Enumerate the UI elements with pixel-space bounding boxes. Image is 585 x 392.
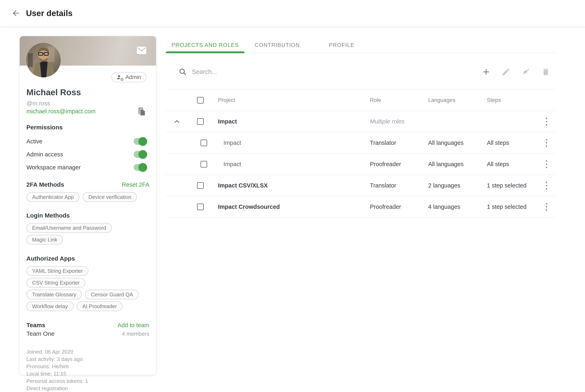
table-row-impact-crowdsourced: Impact Crowdsourced Proofreader 4 langua… [166, 196, 556, 218]
project-name: Impact Crowdsourced [212, 204, 370, 210]
row-menu-button[interactable] [546, 139, 547, 147]
tab-contribution[interactable]: CONTRIBUTION [244, 38, 310, 53]
add-to-team-link[interactable]: Add to team [118, 322, 149, 329]
send-email-button[interactable] [137, 47, 146, 54]
row-checkbox[interactable] [197, 118, 204, 125]
login-method-chip: Email/Username and Password [26, 223, 112, 233]
select-all-checkbox[interactable] [197, 97, 204, 104]
add-button[interactable] [482, 67, 491, 76]
languages-value: 2 languages [428, 182, 460, 189]
row-checkbox[interactable] [197, 204, 204, 210]
user-card: ⚙ Admin Michael Ross @m.ross michael.ros… [20, 36, 156, 375]
meta-last-activity: Last activity: 3 days ago [26, 356, 149, 363]
projects-table: Project Role Languages Steps Impact Mult… [166, 89, 556, 218]
authorized-apps-title: Authorized Apps [26, 255, 149, 262]
authorized-app-chip: Workflow delay [26, 302, 74, 311]
user-email-link[interactable]: michael.ross@impact.com [26, 108, 96, 115]
permission-label: Admin access [26, 151, 63, 158]
row-menu-button[interactable] [546, 182, 547, 190]
arrow-left-icon [12, 9, 20, 18]
row-menu-button[interactable] [546, 118, 547, 126]
row-checkbox[interactable] [200, 140, 207, 146]
permissions-section: Permissions Active Admin access Workspac… [26, 124, 149, 174]
search-input[interactable] [192, 68, 374, 76]
delete-button[interactable] [541, 67, 550, 76]
edit-button[interactable] [501, 67, 511, 76]
permissions-title: Permissions [26, 124, 149, 131]
table-header-row: Project Role Languages Steps [166, 90, 556, 111]
twofa-chip: Device verification [83, 192, 137, 202]
meta-access-tokens: Personal access tokens: 1 [26, 378, 149, 385]
reset-2fa-link[interactable]: Reset 2FA [122, 182, 149, 188]
workspace-manager-toggle[interactable] [134, 164, 146, 171]
project-name: Impact [212, 161, 370, 168]
languages-value: 4 languages [428, 204, 460, 210]
role-value: Multiple roles [370, 118, 404, 125]
avatar [26, 43, 61, 78]
top-bar: User details [0, 0, 585, 26]
role-value: Translator [370, 182, 396, 189]
table-row-impact-translator: Impact Translator All languages All step… [166, 132, 556, 154]
permission-label: Active [26, 138, 42, 145]
teams-title: Teams [26, 322, 45, 329]
tab-profile[interactable]: PROFILE [310, 38, 373, 53]
profile-banner [20, 36, 156, 66]
trash-icon [542, 68, 550, 76]
main-panel: PROJECTS AND ROLES CONTRIBUTION PROFILE [166, 38, 556, 218]
copy-email-button[interactable] [138, 107, 146, 116]
table-toolbar [166, 53, 556, 89]
permission-row-active: Active [26, 135, 149, 148]
collapse-chevron-icon[interactable] [174, 120, 180, 124]
admin-access-toggle[interactable] [134, 151, 146, 158]
permission-row-admin-access: Admin access [26, 148, 149, 161]
meta-local-time: Local time: 11:15 [26, 370, 149, 378]
row-checkbox[interactable] [200, 161, 207, 168]
row-menu-button[interactable] [546, 203, 547, 211]
user-card-body: ⚙ Admin Michael Ross @m.ross michael.ros… [20, 66, 156, 392]
tab-bar: PROJECTS AND ROLES CONTRIBUTION PROFILE [166, 38, 556, 53]
steps-value: 1 step selected [487, 204, 526, 210]
page-title: User details [26, 9, 72, 18]
authorized-app-chip: Censor Guard QA [85, 290, 139, 300]
steps-value: All steps [487, 161, 509, 167]
authorized-app-chip: Translate Glossary [26, 290, 82, 300]
twofa-section: 2FA Methods Reset 2FA Authenticator App … [26, 181, 149, 202]
project-name: Impact [212, 140, 370, 146]
login-methods-section: Login Methods Email/Username and Passwor… [26, 212, 149, 244]
table-row-impact-proofreader: Impact Proofreader All languages All ste… [166, 154, 556, 175]
table-row-impact-csv-xlsx: Impact CSV/XLSX Translator 2 languages 1… [166, 175, 556, 196]
languages-value: All languages [428, 140, 464, 146]
meta-pronouns: Pronouns: He/him [26, 363, 149, 370]
team-row: Team One 4 members [26, 330, 149, 337]
user-details-page: User details [0, 0, 585, 392]
column-header-languages: Languages [428, 97, 456, 103]
team-name: Team One [26, 330, 54, 337]
authorized-app-chip: CSV String Exporter [26, 278, 85, 288]
search-icon [179, 68, 187, 76]
steps-value: 1 step selected [487, 182, 526, 189]
permission-row-workspace-manager: Workspace manager [26, 161, 149, 174]
authorized-apps-section: Authorized Apps YAML String Exporter CSV… [26, 255, 149, 311]
mail-icon [137, 47, 146, 54]
login-method-chip: Magic Link [26, 235, 63, 244]
team-members-count: 4 members [122, 331, 149, 337]
user-name: Michael Ross [26, 88, 149, 97]
active-toggle[interactable] [134, 138, 146, 145]
pencil-icon [502, 68, 510, 76]
role-value: Proofreader [370, 161, 401, 167]
permission-label: Workspace manager [26, 164, 81, 171]
twofa-chip: Authenticator App [26, 192, 80, 202]
row-checkbox[interactable] [197, 182, 204, 189]
copy-icon [138, 107, 146, 116]
clear-roles-button[interactable] [521, 67, 530, 76]
role-value: Proofreader [370, 204, 401, 210]
row-menu-button[interactable] [546, 160, 547, 168]
column-header-project: Project [218, 97, 235, 103]
tab-projects-and-roles[interactable]: PROJECTS AND ROLES [166, 38, 244, 53]
search-field [179, 68, 482, 76]
back-button[interactable] [11, 8, 21, 18]
role-value: Translator [370, 140, 396, 146]
languages-value: All languages [428, 161, 464, 167]
authorized-app-chip: YAML String Exporter [26, 266, 88, 276]
project-name: Impact CSV/XLSX [212, 182, 370, 189]
